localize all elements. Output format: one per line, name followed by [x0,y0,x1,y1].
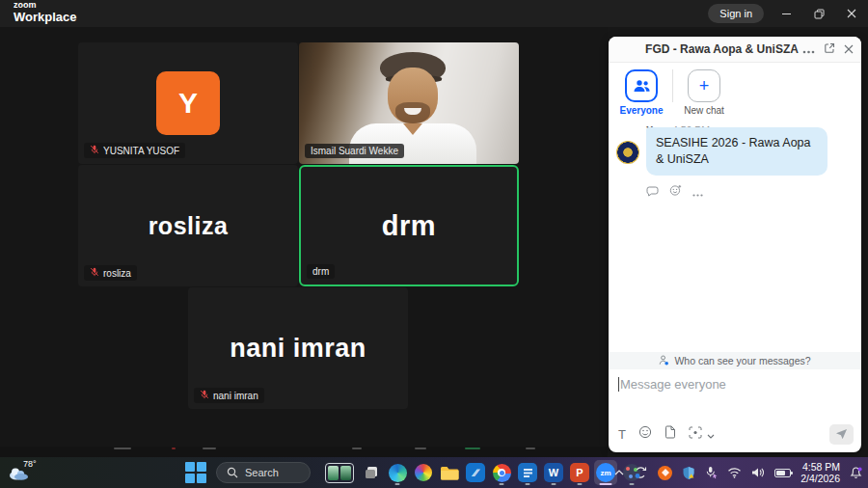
new-chat-plus-icon: + [688,69,720,102]
chat-panel-header: FGD - Rawa Aopa & UniSZA [609,37,861,63]
video-tile-drm-active-speaker[interactable]: drm drm [299,165,519,286]
pop-out-icon[interactable] [824,41,835,58]
everyone-label: Everyone [619,105,663,116]
clock-date: 2/4/2026 [800,473,840,484]
privacy-note-text: Who can see your messages? [674,355,810,366]
file-explorer-icon[interactable] [438,460,461,485]
chrome-browser-icon[interactable] [490,460,513,485]
battery-icon[interactable] [774,469,791,477]
photos-app-icon[interactable] [412,460,435,485]
volume-icon[interactable] [751,467,765,478]
composer-placeholder: Message everyone [620,377,726,392]
participant-name: drm [312,266,329,277]
privacy-note-bar[interactable]: Who can see your messages? [609,352,861,369]
chat-composer[interactable]: Message everyone T [609,369,861,452]
send-button[interactable] [829,424,854,445]
weather-widget[interactable]: 78° [8,459,46,486]
tab-everyone[interactable]: Everyone [616,69,666,116]
participant-name: YUSNITA YUSOF [103,146,179,156]
avatar-letter: Y [178,87,198,120]
screenshot-chevron-down-icon[interactable] [707,425,715,443]
name-tag: Ismail Suardi Wekke [305,144,404,158]
chat-target-tabs: Everyone + New chat [609,63,861,117]
more-options-icon[interactable] [802,41,815,58]
clock-time: 4:58 PM [800,461,840,473]
snip-windows-icon[interactable] [360,460,383,485]
notification-bell-icon[interactable] [850,466,862,479]
microphone-in-use-tray-icon[interactable] [705,466,718,479]
start-button[interactable] [185,462,206,483]
restore-button[interactable] [802,0,835,27]
format-text-icon[interactable]: T [618,427,626,442]
search-icon [227,467,238,478]
new-chat-button[interactable]: + New chat [679,69,729,116]
taskbar-search[interactable]: Search [216,462,311,483]
participant-name: Ismail Suardi Wekke [311,146,398,156]
participant-name: rosliza [103,268,131,279]
name-tag: nani imran [194,388,264,403]
tabs-divider [672,69,673,102]
notes-app-icon[interactable] [516,460,539,485]
close-button[interactable] [835,0,868,27]
new-chat-label: New chat [684,105,724,116]
taskbar-clock[interactable]: 4:58 PM 2/4/2026 [800,461,840,484]
video-tile-rosliza[interactable]: rosliza rosliza [78,165,298,286]
sign-in-button[interactable]: Sign in [708,4,764,23]
system-tray: 4:58 PM 2/4/2026 [614,457,862,488]
attach-file-icon[interactable] [665,425,676,443]
mic-muted-icon [90,267,99,279]
video-tile-nani[interactable]: nani imran nani imran [188,287,408,409]
meeting-controls-clipped [0,447,608,457]
composer-toolbar: T [618,422,854,446]
text-caret [618,377,619,392]
message-more-icon[interactable] [692,183,703,201]
everyone-people-icon [625,69,658,102]
reply-icon[interactable] [646,183,659,201]
cloud-icon [8,466,29,480]
video-tile-ismail[interactable]: Ismail Suardi Wekke [299,42,519,164]
close-chat-icon[interactable] [844,41,854,58]
chat-message-list[interactable]: You 4:56 PM SEASIHE 2026 - Rawa Aopa & U… [609,117,861,352]
zoom-workplace-window: zoom Workplace Sign in Y YUSNIT [0,0,868,488]
screenshot-icon[interactable] [689,425,702,443]
privacy-person-icon [659,355,669,367]
title-bar: zoom Workplace Sign in [0,0,868,27]
message-bubble[interactable]: SEASIHE 2026 - Rawa Aopa & UniSZA [646,127,827,176]
edge-browser-icon[interactable] [386,460,409,485]
avatar: Y [156,71,220,135]
participant-name: nani imran [213,391,258,401]
tray-chevron-up-icon[interactable] [614,470,624,475]
anydesk-tray-icon[interactable] [658,466,672,480]
chat-title: FGD - Rawa Aopa & UniSZA [616,42,802,56]
taskbar-app-icons: ∕∕ W P [322,460,643,485]
mic-muted-icon [200,390,209,401]
wifi-icon[interactable] [727,467,742,478]
security-shield-tray-icon[interactable] [682,466,695,480]
brand-zoom: zoom [14,1,77,10]
task-view-icon[interactable] [322,460,357,485]
brand-workplace: Workplace [14,11,77,23]
video-tile-yusnita[interactable]: Y YUSNITA YUSOF [78,42,298,164]
mic-muted-icon [90,145,99,156]
word-icon[interactable]: W [542,460,565,485]
minimize-button[interactable] [770,0,802,27]
zoom-workplace-logo: zoom Workplace [14,1,77,23]
name-tag: rosliza [84,265,137,281]
chat-panel: FGD - Rawa Aopa & UniSZA Everyone [609,37,861,452]
sender-avatar [616,141,639,164]
name-tag: drm [307,264,335,279]
search-label: Search [245,467,279,478]
emoji-icon[interactable] [638,425,652,443]
sync-tray-icon[interactable] [634,466,648,479]
message-actions [646,183,850,201]
clipchamp-icon[interactable]: ∕∕ [464,460,487,485]
name-tag: YUSNITA YUSOF [84,143,185,158]
add-reaction-icon[interactable] [669,183,682,201]
powerpoint-icon[interactable]: P [568,460,591,485]
windows-taskbar: 78° Search [0,457,868,488]
video-gallery: Y YUSNITA YUSOF Ismail Suardi Wekke [0,27,608,457]
